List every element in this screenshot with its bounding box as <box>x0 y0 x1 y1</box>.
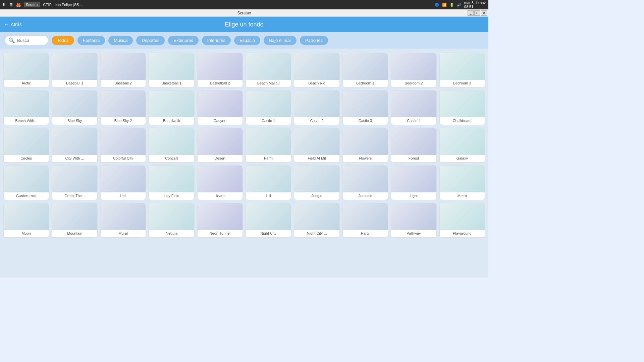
background-item[interactable]: Beach Malibu <box>246 53 291 87</box>
background-item[interactable]: Beach Rio <box>294 53 339 87</box>
background-thumbnail <box>52 90 97 117</box>
background-item[interactable]: Boardwalk <box>149 90 194 125</box>
background-item[interactable]: Baseball 2 <box>100 53 146 87</box>
background-item[interactable]: Jurassic <box>342 165 388 200</box>
background-item[interactable]: Night City <box>246 203 291 238</box>
background-label: Jurassic <box>357 194 373 198</box>
maximize-button[interactable]: □ <box>474 10 480 16</box>
taskbar-app-firefox[interactable]: 🦊 <box>16 2 21 7</box>
background-label: Baseball 1 <box>65 81 85 85</box>
background-thumbnail <box>440 90 485 117</box>
filter-exteriores[interactable]: Exteriores <box>168 36 199 45</box>
background-thumbnail <box>52 203 97 230</box>
background-item[interactable]: Garden-rock <box>3 165 49 200</box>
background-item[interactable]: Arctic <box>3 53 49 87</box>
filter-todos[interactable]: Todos <box>52 36 74 45</box>
background-item[interactable]: City With ... <box>52 128 97 163</box>
filter-deportes[interactable]: Deportes <box>136 36 165 45</box>
background-label: Blue Sky 2 <box>113 119 133 123</box>
background-thumbnail <box>391 90 436 117</box>
background-item[interactable]: Jungle <box>294 165 339 200</box>
background-item[interactable]: Hill <box>246 165 291 200</box>
background-item[interactable]: Metro <box>439 165 485 200</box>
background-thumbnail <box>391 128 436 155</box>
filter-fantasia[interactable]: Fantasía <box>77 36 105 45</box>
background-label: Hay Field <box>162 194 180 198</box>
background-item[interactable]: Chalkboard <box>439 90 485 125</box>
background-item[interactable]: Desert <box>197 128 243 163</box>
background-item[interactable]: Neon Tunnel <box>197 203 243 238</box>
background-label: Chalkboard <box>451 119 473 123</box>
background-item[interactable]: Galaxy <box>439 128 485 163</box>
background-label: Mountain <box>66 231 84 235</box>
background-item[interactable]: Field At Mit <box>294 128 339 163</box>
background-item[interactable]: Canyon <box>197 90 243 125</box>
taskbar-app-scratux[interactable]: Scratux <box>24 2 40 7</box>
background-item[interactable]: Nebula <box>149 203 194 238</box>
minimize-button[interactable]: _ <box>468 10 474 16</box>
background-item[interactable]: Bench With... <box>3 90 49 125</box>
background-item[interactable]: Baseball 1 <box>52 53 97 87</box>
background-item[interactable]: Moon <box>3 203 49 238</box>
background-label: Circles <box>19 156 33 160</box>
background-label: Bedroom 3 <box>452 81 473 85</box>
taskbar-icon-menu[interactable]: ⠿ <box>3 2 6 7</box>
background-item[interactable]: Party <box>342 203 388 238</box>
background-item[interactable]: Bedroom 1 <box>342 53 388 87</box>
background-thumbnail <box>343 128 388 155</box>
back-button[interactable]: ← Atrás <box>4 22 22 27</box>
background-item[interactable]: Castle 2 <box>294 90 339 125</box>
background-item[interactable]: Pathway <box>391 203 436 238</box>
taskbar: ⠿ 🖥 🦊 Scratux CEIP León Felipe (SS ... 🔵… <box>0 0 488 9</box>
background-item[interactable]: Playground <box>439 203 485 238</box>
close-button[interactable]: ✕ <box>481 10 487 16</box>
background-item[interactable]: Colorful City <box>100 128 146 163</box>
background-label: Castle 3 <box>357 119 373 123</box>
background-thumbnail <box>440 53 485 80</box>
background-label: Concert <box>164 156 179 160</box>
background-thumbnail <box>343 166 388 192</box>
background-label: Bedroom 2 <box>403 81 424 85</box>
background-item[interactable]: Bedroom 2 <box>391 53 436 87</box>
background-item[interactable]: Circles <box>3 128 49 163</box>
filter-espacio[interactable]: Espacio <box>234 36 260 45</box>
background-item[interactable]: Basketball 2 <box>197 53 243 87</box>
background-label: Forest <box>407 156 420 160</box>
background-item[interactable]: Flowers <box>342 128 388 163</box>
background-item[interactable]: Blue Sky 2 <box>100 90 146 125</box>
background-item[interactable]: Bedroom 3 <box>439 53 485 87</box>
background-item[interactable]: Greek The... <box>52 165 97 200</box>
background-item[interactable]: Mural <box>100 203 146 238</box>
background-thumbnail <box>149 203 194 230</box>
background-item[interactable]: Basketball 1 <box>149 53 194 87</box>
background-item[interactable]: Forest <box>391 128 436 163</box>
background-item[interactable]: Castle 3 <box>342 90 388 125</box>
background-thumbnail <box>198 128 243 155</box>
background-thumbnail <box>4 90 49 117</box>
taskbar-app-terminal[interactable]: 🖥 <box>9 2 13 7</box>
background-item[interactable]: Hay Field <box>149 165 194 200</box>
background-label: Canyon <box>212 119 228 123</box>
background-item[interactable]: Mountain <box>52 203 97 238</box>
background-item[interactable]: Night City ... <box>294 203 339 238</box>
background-item[interactable]: Castle 1 <box>246 90 291 125</box>
filter-interiores[interactable]: Interiores <box>202 36 231 45</box>
filter-patrones[interactable]: Patrones <box>300 36 328 45</box>
filter-musica[interactable]: Música <box>108 36 133 45</box>
app-header: ← Atrás Elige un fondo <box>0 17 488 32</box>
background-item[interactable]: Concert <box>149 128 194 163</box>
background-item[interactable]: Farm <box>246 128 291 163</box>
search-box[interactable]: 🔍 <box>5 36 48 45</box>
background-item[interactable]: Castle 4 <box>391 90 436 125</box>
background-thumbnail <box>149 166 194 192</box>
background-item[interactable]: Light <box>391 165 436 200</box>
titlebar-title: Scratux <box>237 11 251 15</box>
background-item[interactable]: Hearts <box>197 165 243 200</box>
background-item[interactable]: Hall <box>100 165 146 200</box>
filter-bajo-el-mar[interactable]: Bajo el mar <box>264 36 297 45</box>
background-item[interactable]: Blue Sky <box>52 90 97 125</box>
background-label: Castle 2 <box>309 119 325 123</box>
background-thumbnail <box>440 203 485 230</box>
search-input[interactable] <box>17 38 47 43</box>
background-thumbnail <box>198 90 243 117</box>
